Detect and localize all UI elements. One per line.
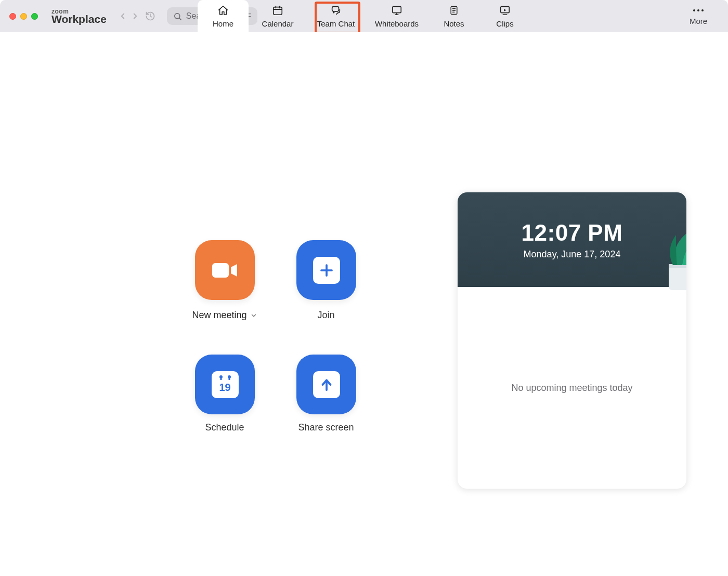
tab-notes-label: Notes (444, 19, 464, 28)
search-icon (173, 12, 182, 21)
join-label: Join (274, 310, 378, 321)
tab-home-label: Home (213, 19, 233, 28)
plus-icon (313, 257, 340, 284)
svg-point-16 (693, 9, 695, 11)
plant-decoration-icon (640, 228, 686, 290)
tab-team-chat[interactable]: Team Chat (307, 0, 365, 32)
svg-line-1 (179, 18, 181, 19)
calendar-icon (272, 5, 283, 16)
new-meeting-button[interactable] (195, 240, 255, 300)
window-controls (9, 13, 38, 20)
home-content: New meeting Join 19 Schedule Share scree… (0, 32, 728, 576)
today-card: 12:07 PM Monday, June 17, 2024 No upcomi… (458, 192, 686, 489)
tab-notes[interactable]: Notes (428, 0, 479, 32)
svg-point-18 (701, 9, 704, 11)
brand-bottom: Workplace (51, 14, 107, 24)
today-hero: 12:07 PM Monday, June 17, 2024 (458, 192, 686, 287)
join-button[interactable] (296, 240, 356, 300)
current-time: 12:07 PM (522, 220, 623, 246)
titlebar: zoom Workplace Search ⌘F Home (0, 0, 728, 32)
whiteboard-icon (391, 5, 403, 16)
svg-rect-2 (274, 7, 282, 15)
share-screen-button[interactable] (296, 355, 356, 414)
svg-rect-21 (212, 263, 229, 278)
chevron-down-icon (250, 312, 257, 319)
no-meetings-label: No upcoming meetings today (511, 383, 632, 394)
video-icon (210, 260, 240, 281)
upload-arrow-icon (313, 371, 340, 398)
tab-home[interactable]: Home (198, 0, 249, 32)
schedule-label: Schedule (173, 422, 277, 433)
minimize-window-button[interactable] (20, 13, 27, 20)
more-icon (692, 7, 705, 14)
share-screen-label: Share screen (274, 422, 378, 433)
current-date: Monday, June 17, 2024 (524, 249, 621, 260)
close-window-button[interactable] (9, 13, 16, 20)
tab-calendar[interactable]: Calendar (249, 0, 307, 32)
tab-clips[interactable]: Clips (479, 0, 530, 32)
svg-marker-14 (504, 9, 506, 11)
chat-icon (330, 5, 342, 16)
new-meeting-label: New meeting (192, 310, 246, 321)
main-tabs: Home Calendar Team Chat Whiteboards Note… (198, 0, 530, 32)
svg-rect-6 (393, 6, 401, 12)
schedule-day-number: 19 (219, 382, 230, 394)
schedule-calendar-icon: 19 (212, 371, 239, 398)
nav-forward-button[interactable] (131, 11, 140, 21)
tab-whiteboards-label: Whiteboards (375, 19, 419, 28)
history-button[interactable] (145, 11, 155, 21)
more-label: More (690, 17, 707, 25)
fullscreen-window-button[interactable] (31, 13, 38, 20)
today-empty-state: No upcoming meetings today (458, 287, 686, 489)
tab-team-chat-label: Team Chat (317, 19, 355, 28)
tab-whiteboards[interactable]: Whiteboards (365, 0, 428, 32)
new-meeting-label-row[interactable]: New meeting (173, 310, 277, 321)
clips-icon (499, 5, 511, 16)
tab-clips-label: Clips (496, 19, 513, 28)
app-brand: zoom Workplace (51, 8, 107, 24)
more-button[interactable]: More (680, 0, 717, 32)
schedule-button[interactable]: 19 (195, 355, 255, 414)
nav-back-button[interactable] (118, 11, 127, 21)
nav-arrows (118, 11, 140, 21)
notes-icon (449, 5, 459, 16)
home-icon (217, 5, 229, 16)
svg-point-17 (697, 9, 699, 11)
tab-calendar-label: Calendar (262, 19, 294, 28)
